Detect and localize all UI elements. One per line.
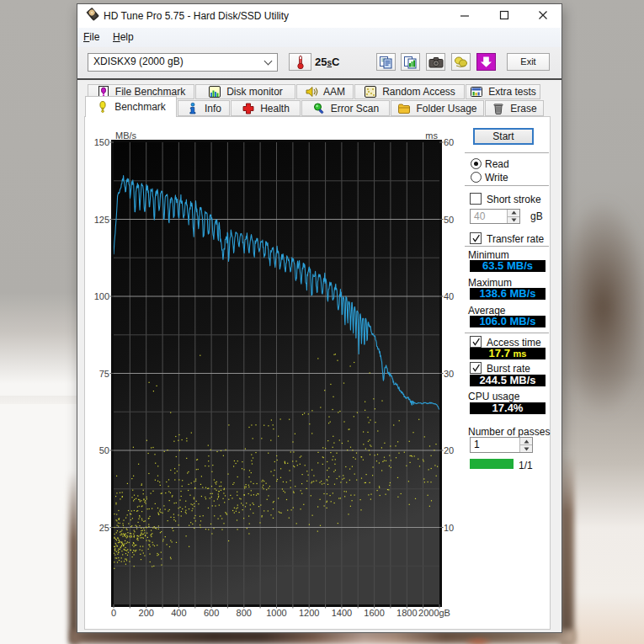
svg-text:60: 60 (444, 137, 454, 147)
svg-text:600: 600 (204, 608, 219, 618)
svg-text:10: 10 (444, 523, 454, 533)
svg-text:ms: ms (425, 130, 438, 141)
svg-text:25: 25 (99, 523, 109, 533)
svg-text:100: 100 (94, 291, 109, 301)
svg-text:40: 40 (444, 291, 454, 301)
svg-text:1800: 1800 (397, 608, 417, 618)
svg-text:400: 400 (171, 608, 186, 618)
svg-text:50: 50 (444, 215, 454, 225)
svg-text:800: 800 (237, 608, 252, 618)
svg-text:MB/s: MB/s (115, 130, 137, 141)
svg-text:30: 30 (444, 369, 454, 379)
svg-text:0: 0 (111, 608, 116, 618)
svg-text:1600: 1600 (364, 608, 384, 618)
svg-text:75: 75 (99, 369, 109, 379)
svg-text:50: 50 (99, 445, 109, 455)
svg-text:1400: 1400 (332, 608, 352, 618)
svg-text:1200: 1200 (299, 608, 319, 618)
svg-text:125: 125 (94, 215, 109, 225)
svg-text:1000: 1000 (266, 608, 286, 618)
svg-text:150: 150 (94, 137, 109, 147)
svg-text:2000gB: 2000gB (418, 608, 450, 618)
svg-text:200: 200 (139, 608, 154, 618)
svg-text:20: 20 (444, 445, 454, 455)
